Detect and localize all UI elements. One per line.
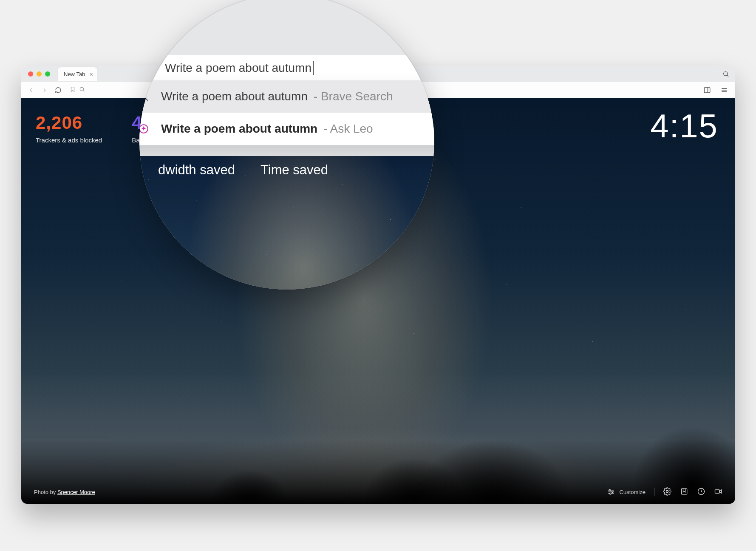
stat-trackers: 2,206 Trackers & ads blocked [36, 113, 102, 144]
settings-icon[interactable] [663, 487, 671, 497]
svg-line-3 [83, 91, 85, 92]
magnified-stat-labels: dwidth saved Time saved [139, 162, 434, 178]
stat-trackers-value: 2,206 [36, 113, 102, 133]
customize-label: Customize [620, 489, 646, 495]
footer: Photo by Spencer Moore Customize [21, 480, 735, 504]
sidebar-toggle-icon[interactable] [702, 85, 712, 95]
photo-credit: Photo by Spencer Moore [34, 489, 95, 495]
magnified-tabstrip [139, 0, 434, 55]
back-button[interactable] [27, 87, 35, 94]
stats-panel: 2,206 Trackers & ads blocked 4 Ba [36, 113, 142, 144]
svg-point-14 [609, 493, 611, 494]
text-cursor [313, 61, 314, 75]
magnified-omnibox[interactable]: Write a poem about autumn [139, 55, 434, 80]
customize-button[interactable]: Customize [607, 488, 646, 496]
footer-divider [654, 488, 654, 496]
svg-point-2 [80, 87, 83, 91]
reload-button[interactable] [54, 87, 62, 94]
leo-icon [139, 122, 150, 135]
history-icon[interactable] [697, 487, 705, 497]
svg-rect-18 [715, 489, 720, 493]
photographer-link[interactable]: Spencer Moore [57, 489, 95, 495]
video-icon[interactable] [714, 487, 722, 497]
svg-point-12 [609, 489, 610, 491]
svg-point-15 [666, 490, 668, 492]
tab-title: New Tab [64, 71, 85, 77]
site-info-icon[interactable] [79, 86, 85, 94]
bookmark-icon[interactable] [70, 86, 76, 94]
forward-button[interactable] [41, 87, 48, 94]
bookmarks-icon[interactable] [680, 487, 688, 497]
stat-time-label: Time saved [260, 162, 328, 178]
magnifier-overlay: Write a poem about autumn Write a poem a… [139, 0, 434, 290]
svg-line-21 [145, 98, 148, 101]
maximize-window-button[interactable] [45, 71, 50, 77]
suggestion-query: Write a poem about autumn [161, 90, 308, 103]
svg-point-0 [724, 72, 728, 76]
stat-bandwidth-label-partial: dwidth saved [158, 162, 235, 178]
minimize-window-button[interactable] [37, 71, 42, 77]
clock: 4:15 [650, 107, 718, 145]
omnibox-suggestions: Write a poem about autumn - Brave Search… [139, 80, 434, 145]
window-controls [28, 71, 50, 77]
search-tabs-icon[interactable] [721, 69, 731, 79]
suggestion-source: Ask Leo [330, 122, 373, 135]
svg-point-13 [612, 491, 613, 492]
svg-rect-4 [704, 88, 710, 93]
suggestion-ask-leo[interactable]: Write a poem about autumn - Ask Leo [139, 113, 434, 145]
tab-new[interactable]: New Tab × [58, 67, 97, 81]
suggestion-query: Write a poem about autumn [161, 122, 317, 135]
svg-line-1 [727, 75, 728, 77]
omnibox-input-text: Write a poem about autumn [165, 61, 311, 75]
suggestion-brave-search[interactable]: Write a poem about autumn - Brave Search [139, 80, 434, 113]
hamburger-menu-icon[interactable] [719, 85, 729, 95]
stat-trackers-label: Trackers & ads blocked [36, 136, 102, 144]
tab-close-icon[interactable]: × [89, 71, 93, 78]
sliders-icon [607, 488, 615, 496]
suggestion-source: Brave Search [321, 90, 393, 103]
close-window-button[interactable] [28, 71, 33, 77]
